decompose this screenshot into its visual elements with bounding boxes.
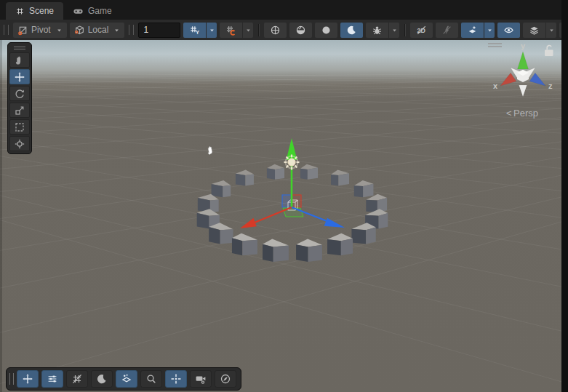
grid-visibility-button[interactable]: Y — [183, 23, 206, 38]
scale-icon — [14, 105, 25, 116]
scene-canvas[interactable]: yxz<Persp — [0, 40, 568, 392]
shading-mode-button[interactable] — [264, 23, 287, 38]
view-options-button[interactable] — [41, 370, 63, 388]
pivot-icon — [17, 25, 28, 36]
hand-icon — [14, 55, 25, 66]
axis-x-label[interactable]: x — [493, 81, 498, 90]
toolbar-drag-handle[interactable] — [4, 25, 9, 35]
layer-star-icon — [467, 25, 478, 36]
transform-icon — [14, 138, 25, 150]
toolbar-divider — [404, 24, 405, 36]
lighting-off-button[interactable] — [436, 23, 458, 38]
shading-mixed-button-group — [289, 23, 312, 38]
local-dropdown[interactable]: Local — [70, 23, 125, 38]
caret-icon — [55, 26, 63, 34]
directional-light-gizmo[interactable] — [284, 155, 300, 170]
overlay-effects-button-group — [461, 23, 495, 38]
grid-slash-icon — [71, 373, 83, 385]
caret-icon — [391, 26, 399, 34]
move-icon — [22, 373, 33, 385]
scene-lighting-button[interactable] — [340, 23, 363, 38]
orientation-button[interactable] — [165, 370, 187, 388]
2d-toggle-button[interactable]: 2D — [410, 23, 433, 38]
layer-dot-icon — [121, 373, 132, 385]
layers-button-caret[interactable] — [546, 23, 556, 38]
effects-button[interactable] — [366, 23, 388, 38]
overlay-effects-button[interactable] — [461, 23, 484, 38]
local-dropdown-label: Local — [88, 25, 111, 35]
cameras-button[interactable] — [190, 370, 212, 388]
scene-visibility-button[interactable] — [497, 23, 520, 38]
shading-shaded-button-group — [315, 23, 337, 38]
svg-text:Y: Y — [196, 29, 199, 36]
scene-viewport[interactable]: yxz<Persp — [0, 40, 568, 392]
local-icon — [74, 25, 85, 36]
scene-visibility-button-group — [497, 23, 520, 38]
axis-y-label[interactable]: y — [521, 41, 526, 50]
tab-scene-label: Scene — [29, 6, 54, 16]
2d-toggle-button-group: 2D — [410, 23, 433, 38]
search-icon — [145, 373, 157, 385]
caret-icon — [113, 26, 121, 34]
tab-bar: Scene Game — [0, 0, 568, 20]
tool-palette-overlay — [7, 42, 32, 154]
view-mode-label[interactable]: <Persp — [506, 108, 538, 119]
axis-z-label[interactable]: z — [548, 81, 553, 90]
move-icon — [14, 71, 25, 83]
lighting-button[interactable] — [91, 370, 113, 388]
tab-scene[interactable]: Scene — [6, 2, 63, 20]
scale-tool[interactable] — [9, 103, 30, 118]
window-edge — [561, 0, 568, 392]
crescent-icon — [346, 25, 357, 36]
lightning-slash-icon — [441, 25, 452, 36]
pivot-dropdown-label: Pivot — [31, 25, 52, 35]
sphere-half-icon — [295, 25, 306, 36]
move-tool[interactable] — [9, 69, 30, 84]
grid-size-input[interactable] — [138, 23, 180, 38]
plane-handle-xy[interactable] — [282, 195, 292, 207]
camera-dot-icon — [195, 373, 207, 385]
caret-icon — [548, 26, 556, 34]
view-tool[interactable] — [9, 52, 30, 68]
tab-game-label: Game — [88, 6, 112, 16]
grid-visibility-button-group: Y — [183, 23, 217, 38]
tools-overlay-button[interactable] — [17, 370, 39, 388]
layers-icon — [529, 25, 540, 36]
grid-visibility-button-caret[interactable] — [207, 23, 217, 38]
scene-lighting-button-group — [340, 23, 363, 38]
sliders-icon — [47, 373, 58, 385]
sphere-cross-icon — [270, 25, 281, 36]
grid-y-icon: Y — [189, 25, 200, 36]
overlay-effects-button-caret[interactable] — [484, 23, 495, 38]
shading-mode-button-group — [264, 23, 287, 38]
bottombar-drag-handle[interactable] — [9, 373, 14, 385]
layers-button[interactable] — [523, 23, 545, 38]
scene-left-edge — [0, 40, 2, 392]
transform-tool[interactable] — [9, 136, 30, 151]
caret-icon — [244, 26, 252, 34]
navigation-button[interactable] — [215, 370, 236, 388]
grid-snap-icon — [225, 25, 236, 36]
2d-slash-icon: 2D — [416, 25, 427, 36]
toolbar-drag-handle[interactable] — [129, 25, 134, 35]
rotate-tool[interactable] — [9, 86, 30, 101]
snap-increment-button[interactable] — [220, 23, 242, 38]
pivot-dropdown[interactable]: Pivot — [13, 23, 67, 38]
eye-icon — [503, 25, 514, 36]
grid-icon — [15, 7, 25, 16]
rect-tool[interactable] — [9, 119, 30, 135]
grid-off-button[interactable] — [66, 370, 88, 388]
effects-button-caret[interactable] — [389, 23, 399, 38]
rect-icon — [14, 121, 25, 133]
game-tab-gamepad-icon — [73, 6, 84, 17]
snap-increment-button-caret[interactable] — [243, 23, 253, 38]
scene-toolbar: PivotLocalY2D — [0, 20, 568, 40]
palette-drag-handle[interactable] — [9, 44, 30, 51]
caret-icon — [208, 26, 216, 34]
overlays-button[interactable] — [116, 370, 137, 388]
tab-game[interactable]: Game — [63, 2, 121, 20]
shading-mixed-button[interactable] — [289, 23, 312, 38]
search-button[interactable] — [140, 370, 162, 388]
toolbar-divider — [258, 24, 259, 36]
shading-shaded-button[interactable] — [315, 23, 337, 38]
